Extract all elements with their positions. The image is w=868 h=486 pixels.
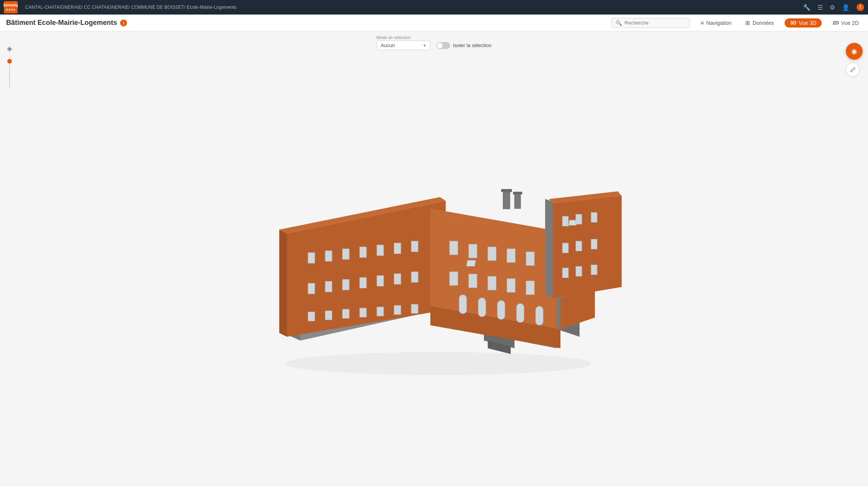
menu-icon[interactable]: ☰ <box>818 4 823 11</box>
svg-rect-54 <box>515 193 521 209</box>
svg-rect-62 <box>469 274 477 288</box>
topbar-icons: 🔧 ☰ ⚙ 👤 ! <box>803 3 864 11</box>
svg-rect-19 <box>308 312 315 321</box>
nav-vue2d-button[interactable]: 2D Vue 2D <box>829 18 862 28</box>
help-icon[interactable]: ! <box>857 3 864 11</box>
top-navigation-bar: bimwiqDATA CANTAL-CHATAIGNERAIE/ CC CHAT… <box>0 0 868 15</box>
svg-rect-52 <box>503 191 510 209</box>
svg-rect-47 <box>576 241 582 251</box>
svg-rect-69 <box>516 303 524 323</box>
svg-rect-56 <box>449 241 458 255</box>
user-icon[interactable]: 👤 <box>842 4 850 11</box>
building-3d-view <box>224 130 645 398</box>
right-toolbar: ◉ 🔎 <box>846 43 863 77</box>
svg-rect-53 <box>501 189 512 192</box>
svg-rect-8 <box>360 247 366 258</box>
svg-rect-44 <box>576 214 582 224</box>
nav-navigation-label: Navigation <box>706 20 731 26</box>
vue3d-icon: 3D <box>790 20 796 26</box>
search-box[interactable]: 🔍 <box>611 18 690 28</box>
logo-text: bimwiqDATA <box>3 3 18 11</box>
nav-vue2d-label: Vue 2D <box>841 20 859 26</box>
svg-rect-50 <box>576 266 582 276</box>
svg-rect-45 <box>591 212 597 222</box>
toolbar-right: 🔍 ≡ Navigation ⊞ Données 3D Vue 3D 2D Vu… <box>611 18 862 28</box>
svg-rect-55 <box>513 192 522 194</box>
info-button[interactable]: i <box>120 20 127 26</box>
selection-mode-group: Mode de sélection Aucun ▾ <box>376 35 430 50</box>
svg-rect-67 <box>478 298 486 317</box>
isolate-group: Isoler la sélection <box>436 42 491 49</box>
svg-rect-21 <box>342 309 349 318</box>
svg-rect-58 <box>488 247 496 261</box>
selection-mode-dropdown[interactable]: Aucun ▾ <box>376 41 430 50</box>
svg-marker-4 <box>279 230 287 337</box>
dropdown-arrow-icon: ▾ <box>423 43 426 48</box>
svg-rect-64 <box>507 279 515 292</box>
compass-button[interactable]: ◉ <box>846 43 863 60</box>
search-icon: 🔍 <box>616 20 622 26</box>
slider-handle[interactable] <box>7 59 12 64</box>
nav-donnees-label: Données <box>752 20 774 26</box>
3d-viewport[interactable]: Mode de sélection Aucun ▾ Isoler la séle… <box>0 31 868 486</box>
logo-area: bimwiqDATA <box>4 1 18 13</box>
svg-rect-11 <box>411 241 418 252</box>
svg-rect-61 <box>449 272 458 285</box>
svg-rect-46 <box>562 243 568 253</box>
svg-rect-25 <box>411 304 418 313</box>
page-title: Bâtiment Ecole-Mairie-Logements <box>6 19 117 27</box>
svg-rect-17 <box>394 274 401 284</box>
search-input[interactable] <box>624 20 686 26</box>
isolate-toggle[interactable] <box>436 42 450 49</box>
page-title-area: Bâtiment Ecole-Mairie-Logements i <box>6 19 127 27</box>
svg-rect-60 <box>526 252 534 266</box>
svg-rect-66 <box>459 295 467 314</box>
svg-rect-7 <box>342 249 349 259</box>
vue2d-icon: 2D <box>832 20 839 26</box>
nav-vue3d-button[interactable]: 3D Vue 3D <box>785 18 822 28</box>
navigation-icon: ≡ <box>700 20 704 26</box>
svg-rect-6 <box>325 251 332 261</box>
breadcrumb: CANTAL-CHATAIGNERAIE/ CC CHATAIGNERAIE/ … <box>25 5 800 10</box>
zoom-icon: 🔎 <box>850 67 856 72</box>
logo-icon[interactable]: bimwiqDATA <box>4 1 18 13</box>
selection-mode-label: Mode de sélection <box>376 35 430 40</box>
svg-rect-49 <box>562 268 568 278</box>
zoom-button[interactable]: 🔎 <box>846 63 860 77</box>
svg-rect-63 <box>488 276 496 290</box>
svg-rect-13 <box>325 281 332 292</box>
svg-point-71 <box>285 352 591 375</box>
level-slider[interactable] <box>9 57 10 87</box>
nav-navigation-button[interactable]: ≡ Navigation <box>697 18 734 28</box>
svg-rect-24 <box>394 305 401 315</box>
svg-rect-59 <box>507 249 515 263</box>
svg-rect-18 <box>411 272 418 282</box>
svg-rect-14 <box>342 279 349 290</box>
svg-rect-12 <box>308 283 315 294</box>
nav-vue3d-label: Vue 3D <box>799 20 816 26</box>
svg-rect-16 <box>377 276 384 286</box>
svg-rect-9 <box>377 245 384 256</box>
svg-rect-10 <box>394 243 401 254</box>
svg-rect-5 <box>308 253 315 263</box>
svg-rect-51 <box>591 265 597 275</box>
tools-icon[interactable]: 🔧 <box>803 4 811 11</box>
donnees-icon: ⊞ <box>745 20 750 26</box>
svg-rect-70 <box>536 306 543 325</box>
svg-rect-65 <box>526 281 534 295</box>
selection-bar: Mode de sélection Aucun ▾ Isoler la séle… <box>376 35 491 50</box>
svg-rect-20 <box>325 311 332 320</box>
svg-rect-48 <box>591 239 597 249</box>
svg-rect-34 <box>466 260 476 266</box>
svg-rect-23 <box>377 307 384 316</box>
svg-rect-43 <box>562 216 568 226</box>
left-toolbar: ◈ <box>5 43 14 87</box>
secondary-toolbar: Bâtiment Ecole-Mairie-Logements i 🔍 ≡ Na… <box>0 15 868 31</box>
isolate-label: Isoler la sélection <box>453 42 491 48</box>
layers-icon[interactable]: ◈ <box>5 43 14 54</box>
svg-rect-68 <box>497 300 505 320</box>
nav-donnees-button[interactable]: ⊞ Données <box>742 18 777 28</box>
settings-icon[interactable]: ⚙ <box>830 4 835 11</box>
svg-rect-15 <box>360 277 366 288</box>
compass-icon: ◉ <box>851 47 857 55</box>
